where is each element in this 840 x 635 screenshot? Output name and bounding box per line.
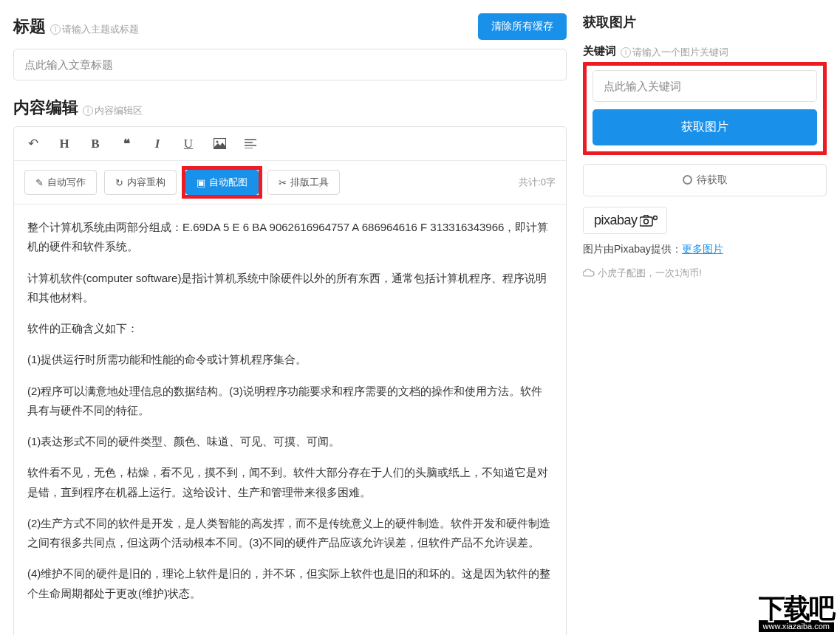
refresh-icon: ↻ [115, 177, 123, 188]
watermark: 下载吧 www.xiazaiba.com [759, 596, 834, 632]
camera-icon [640, 215, 656, 225]
content-paragraph: (2)程序可以满意地处理信息的数据结构。(3)说明程序功能要求和程序需要的文档的… [27, 382, 553, 421]
keyword-label: 关键词 [583, 44, 616, 58]
underline-icon[interactable]: U [181, 137, 196, 151]
restructure-button[interactable]: ↻ 内容重构 [104, 170, 177, 195]
info-icon: i [83, 106, 93, 116]
undo-icon[interactable]: ↶ [26, 136, 41, 151]
info-icon: i [50, 24, 61, 35]
word-count: 共计:0字 [519, 176, 556, 189]
title-label: 标题 [13, 16, 46, 38]
pencil-icon: ✎ [35, 177, 44, 188]
tip-text: 小虎子配图，一次1淘币! [583, 267, 827, 280]
keyword-input[interactable] [593, 70, 817, 102]
bold-icon[interactable]: B [88, 137, 103, 151]
editor-content[interactable]: 整个计算机系统由两部分组成：E.69DA 5 E 6 BA 9062616964… [14, 205, 566, 635]
italic-icon[interactable]: I [150, 137, 165, 151]
heading-icon[interactable]: H [57, 137, 72, 151]
pixabay-badge: pixabay [583, 207, 667, 234]
content-paragraph: (1)提供运行时所需功能和性能的命令或计算机程序集合。 [27, 350, 553, 369]
highlight-keyword-area: 获取图片 [583, 62, 827, 155]
svg-point-8 [653, 216, 657, 220]
quote-icon[interactable]: ❝ [119, 136, 134, 151]
content-paragraph: (1)表达形式不同的硬件类型、颜色、味道、可见、可摸、可闻。 [27, 432, 553, 451]
title-section-header: 标题 i 请输入主题或标题 清除所有缓存 [13, 13, 567, 40]
content-section-header: 内容编辑 i 内容编辑区 [13, 97, 567, 119]
fetch-image-title: 获取图片 [583, 13, 827, 31]
title-hint: i 请输入主题或标题 [50, 23, 139, 36]
highlight-auto-image: ▣ 自动配图 [184, 168, 260, 196]
auto-write-button[interactable]: ✎ 自动写作 [24, 170, 97, 195]
align-icon[interactable] [243, 139, 258, 148]
content-paragraph: (4)维护不同的硬件是旧的，理论上软件是旧的，并不坏，但实际上软件也是旧的和坏的… [27, 564, 553, 603]
content-hint: i 内容编辑区 [83, 104, 143, 117]
layout-tool-button[interactable]: ✂ 排版工具 [267, 170, 340, 195]
content-paragraph: 整个计算机系统由两部分组成：E.69DA 5 E 6 BA 9062616964… [27, 218, 553, 257]
editor: ↶ H B ❝ I U ✎ 自动写作 ↻ [13, 126, 567, 635]
content-paragraph: 软件的正确含义如下： [27, 319, 553, 338]
auto-image-button[interactable]: ▣ 自动配图 [185, 170, 259, 195]
svg-point-1 [216, 141, 218, 143]
action-toolbar: ✎ 自动写作 ↻ 内容重构 ▣ 自动配图 ✂ 排版工具 共计:0字 [14, 161, 566, 205]
info-icon: i [621, 47, 631, 58]
tool-icon: ✂ [279, 177, 287, 188]
format-toolbar: ↶ H B ❝ I U [14, 127, 566, 161]
picture-icon: ▣ [197, 177, 205, 188]
svg-point-7 [643, 219, 648, 224]
content-paragraph: (2)生产方式不同的软件是开发，是人类智能的高发挥，而不是传统意义上的硬件制造。… [27, 514, 553, 553]
cloud-icon [583, 269, 595, 277]
more-images-link[interactable]: 更多图片 [682, 243, 723, 255]
content-paragraph: 软件看不见，无色，枯燥，看不见，摸不到，闻不到。软件大部分存在于人们的头脑或纸上… [27, 463, 553, 502]
title-input[interactable] [13, 49, 567, 80]
clear-cache-button[interactable]: 清除所有缓存 [478, 13, 567, 40]
content-label: 内容编辑 [13, 97, 78, 119]
circle-icon [683, 175, 692, 185]
provider-text: 图片由Pixabay提供：更多图片 [583, 243, 827, 256]
content-paragraph: 计算机软件(computer software)是指计算机系统中除硬件以外的所有… [27, 269, 553, 308]
status-pending: 待获取 [583, 164, 827, 196]
fetch-image-button[interactable]: 获取图片 [593, 109, 817, 145]
image-icon[interactable] [212, 138, 227, 149]
keyword-hint: i 请输入一个图片关键词 [621, 46, 728, 59]
svg-rect-6 [640, 217, 652, 226]
